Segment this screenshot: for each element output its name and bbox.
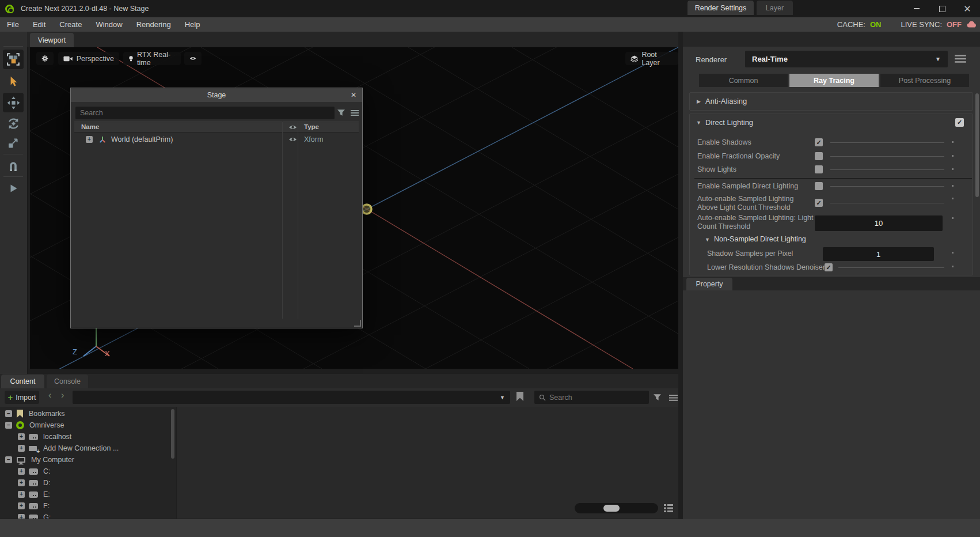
rotate-tool-button[interactable] [3,114,24,133]
renderer-mode-button[interactable]: RTX Real-time [123,52,181,65]
scale-tool-button[interactable] [3,133,24,153]
tab-content[interactable]: Content [1,375,44,388]
reset-dot[interactable] [952,252,954,254]
expand-toggle[interactable]: + [18,491,25,498]
select-prim-tool-button[interactable] [3,50,24,69]
subsection-arrow-icon[interactable]: ▼ [705,237,710,243]
content-filter-icon[interactable] [653,394,662,401]
tab-property[interactable]: Property [686,278,732,290]
enable-shadows-checkbox[interactable] [815,138,823,146]
expand-toggle[interactable]: + [18,514,25,519]
light-count-threshold-field[interactable]: 10 [815,215,943,231]
expand-toggle[interactable]: + [18,468,25,475]
menu-edit[interactable]: Edit [26,20,52,29]
menu-help[interactable]: Help [178,20,207,29]
maximize-button[interactable] [929,0,955,17]
slider-thumb[interactable] [603,505,620,512]
shadow-samples-field[interactable]: 1 [823,247,934,261]
tree-scrollbar[interactable] [171,409,174,459]
prim-visibility-icon[interactable] [288,137,297,142]
reset-dot[interactable] [952,141,954,143]
visibility-column-icon[interactable] [288,124,297,130]
expand-arrow-icon[interactable]: ▼ [696,120,701,126]
tree-item-add-connection[interactable]: + Add New Connection ... [0,443,176,454]
content-options-icon[interactable] [669,395,678,401]
expand-toggle[interactable]: − [5,456,12,463]
tab-render-settings[interactable]: Render Settings [687,1,754,15]
reset-dot[interactable] [952,217,954,219]
root-layer-button[interactable]: Root Layer [625,52,678,65]
lowres-shadows-denoiser-checkbox[interactable] [825,263,833,271]
reset-dot[interactable] [952,266,954,267]
tab-console[interactable]: Console [47,375,88,388]
stage-options-icon[interactable] [351,110,359,116]
tab-viewport[interactable]: Viewport [30,33,74,47]
mode-ray-tracing-button[interactable]: Ray Tracing [789,74,879,87]
render-settings-scrollbar[interactable] [975,93,979,197]
tree-item-drive-g[interactable]: + G: [0,512,176,519]
reset-dot[interactable] [952,155,954,157]
tree-item-localhost[interactable]: + localhost [0,431,176,443]
stage-row-world[interactable]: + World (defaultPrim) Xform [74,134,359,145]
sampled-direct-lighting-checkbox[interactable] [815,182,823,190]
reset-dot[interactable] [952,198,954,199]
import-button[interactable]: + Import [5,391,39,404]
camera-mode-button[interactable]: Perspective [58,52,119,65]
mode-common-button[interactable]: Common [699,74,788,87]
renderer-dropdown[interactable]: Real-Time ▼ [745,51,948,67]
move-tool-button[interactable] [3,93,24,112]
tree-item-drive-c[interactable]: + C: [0,466,176,477]
reset-dot[interactable] [952,185,954,187]
play-button[interactable] [3,179,24,198]
thumbnail-size-slider[interactable] [575,503,658,513]
viewport-visibility-button[interactable] [184,52,202,65]
back-button[interactable]: ‹ [48,390,51,400]
menu-create[interactable]: Create [52,20,89,29]
expand-toggle[interactable]: + [86,136,93,143]
tree-item-my-computer[interactable]: − My Computer [0,454,176,466]
snap-tool-button[interactable] [3,156,24,176]
tree-item-drive-d[interactable]: + D: [0,477,176,489]
reset-dot[interactable] [952,168,954,170]
stage-search-input[interactable] [75,107,335,119]
tree-item-drive-e[interactable]: + E: [0,489,176,500]
expand-toggle[interactable]: − [5,410,12,417]
viewport-settings-button[interactable] [36,52,54,65]
stage-filter-icon[interactable] [337,109,345,116]
bookmark-icon[interactable] [516,392,523,401]
stage-col-name[interactable]: Name [81,123,99,130]
renderer-options-icon[interactable] [955,55,966,63]
expand-toggle[interactable]: + [18,502,25,509]
expand-toggle[interactable]: − [5,422,12,429]
expand-toggle[interactable]: + [18,445,25,452]
tree-item-bookmarks[interactable]: − Bookmarks [0,408,176,419]
menu-file[interactable]: File [0,20,26,29]
content-search-input[interactable] [534,391,649,404]
collapse-arrow-icon[interactable]: ▶ [697,99,701,104]
stage-window-titlebar[interactable]: Stage [71,88,362,102]
pointer-tool-button[interactable] [3,72,24,92]
path-dropdown-icon[interactable]: ▼ [500,395,505,400]
view-mode-icon[interactable] [664,504,673,512]
content-files-pane[interactable] [177,407,678,519]
stage-col-type[interactable]: Type [304,123,319,130]
auto-enable-sampled-checkbox[interactable] [815,199,823,207]
expand-toggle[interactable]: + [18,433,25,440]
mode-post-processing-button[interactable]: Post Processing [880,74,969,87]
tree-item-drive-f[interactable]: + F: [0,500,176,512]
menu-rendering[interactable]: Rendering [130,20,178,29]
path-bar[interactable]: ▼ [73,391,510,404]
minimize-button[interactable] [904,0,929,17]
stage-close-button[interactable]: ✕ [349,90,358,100]
cloud-icon[interactable] [966,21,977,28]
tab-layer[interactable]: Layer [757,1,793,15]
expand-toggle[interactable]: + [18,479,25,486]
show-lights-checkbox[interactable] [815,165,823,173]
forward-button[interactable]: › [61,390,64,400]
resize-grip[interactable] [354,320,361,327]
menu-window[interactable]: Window [89,20,129,29]
tree-item-omniverse[interactable]: − Omniverse [0,419,176,431]
direct-lighting-checkbox[interactable] [955,118,964,127]
fractional-opacity-checkbox[interactable] [815,152,823,160]
close-button[interactable]: ✕ [955,0,980,17]
